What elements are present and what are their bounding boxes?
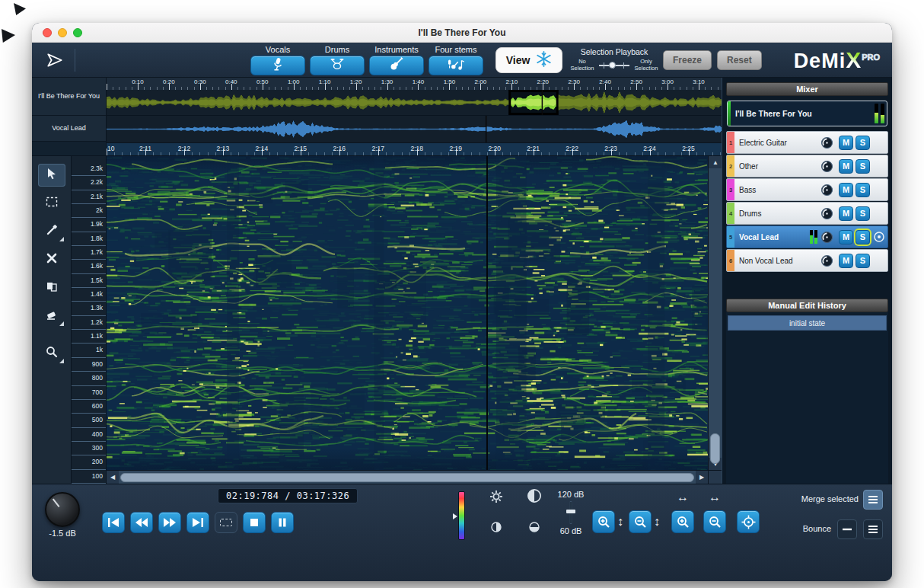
mixer-panel: Mixer I'll Be There For You 1 Electric G… <box>722 78 892 484</box>
spectrogram-view[interactable] <box>107 156 708 470</box>
pause-button[interactable] <box>271 512 294 533</box>
mixer-channel[interactable]: 1 Electric Guitar M S <box>726 131 888 154</box>
overview-ruler[interactable]: 0:100:200:300:400:501:001:101:201:301:40… <box>107 78 722 90</box>
mixer-channel[interactable]: 4 Drums M S <box>726 202 888 225</box>
colormap-slider[interactable] <box>458 491 465 540</box>
edit-history-list: initial state <box>726 312 888 484</box>
mute-button[interactable]: M <box>839 159 853 174</box>
close-window-button[interactable] <box>43 28 52 37</box>
mute-button[interactable]: M <box>839 230 853 244</box>
ruler-label: 2:16 <box>333 145 346 152</box>
pointer-tool[interactable] <box>38 164 65 187</box>
history-item[interactable]: initial state <box>728 315 887 331</box>
vocal-waveform-canvas[interactable] <box>107 116 722 142</box>
ruler-label: 1:30 <box>381 78 393 85</box>
mixer-channel[interactable]: 3 Bass M S <box>726 178 888 201</box>
volume-knob[interactable] <box>45 492 80 527</box>
loop-selection-button[interactable] <box>215 512 237 533</box>
zoom-out-vertical-button[interactable] <box>629 510 652 533</box>
mixer-master-track[interactable]: I'll Be There For You <box>727 101 887 126</box>
vertical-scroll-track[interactable] <box>709 168 722 458</box>
pan-knob-icon[interactable] <box>820 184 833 197</box>
only-selection-label: Only Selection <box>632 59 660 72</box>
zoom-in-horizontal-button[interactable] <box>671 510 694 533</box>
solo-button[interactable]: S <box>855 183 870 197</box>
zoom-in-vertical-button[interactable] <box>592 510 615 533</box>
reset-button[interactable]: Reset <box>717 50 762 70</box>
separate-four-stems-button[interactable] <box>429 56 483 75</box>
selection-playback-slider[interactable] <box>599 60 629 71</box>
channel-color-tab: 6 <box>727 250 734 271</box>
eraser-tool[interactable] <box>38 305 65 328</box>
pan-knob-icon[interactable] <box>820 254 833 267</box>
solo-button[interactable]: S <box>855 159 870 174</box>
contrast-icon[interactable] <box>527 488 542 503</box>
view-freeze-button[interactable]: View <box>495 47 562 73</box>
scroll-up-button[interactable]: ▲ <box>709 156 722 168</box>
db-range-slider[interactable] <box>566 501 576 524</box>
scroll-right-button[interactable]: ▶ <box>696 471 708 484</box>
mixer-channel[interactable]: 6 Non Vocal Lead M S <box>726 249 888 272</box>
channel-number: 6 <box>729 257 732 264</box>
solo-button[interactable]: S <box>855 136 870 150</box>
ruler-label: 2:19 <box>449 145 462 152</box>
ruler-label: 2:13 <box>217 145 230 152</box>
mute-button[interactable]: M <box>839 254 853 268</box>
tool-palette <box>32 156 72 484</box>
delete-selection-tool[interactable] <box>38 248 65 271</box>
vertical-scrollbar[interactable]: ▲ ▼ <box>708 156 722 484</box>
freeze-button[interactable]: Freeze <box>663 50 712 70</box>
copy-split-tool[interactable] <box>38 276 65 299</box>
zoom-window-button[interactable] <box>73 28 82 37</box>
x-icon <box>45 251 59 268</box>
vertical-scroll-thumb[interactable] <box>710 433 720 464</box>
solo-button[interactable]: S <box>855 206 870 221</box>
spectrogram-canvas[interactable] <box>107 156 708 470</box>
brightness-icon[interactable] <box>489 519 504 535</box>
separate-drums-button[interactable] <box>310 56 365 75</box>
skip-to-end-button[interactable] <box>186 512 209 533</box>
pan-knob-icon[interactable] <box>820 136 833 149</box>
focus-target-icon[interactable] <box>873 231 885 243</box>
frequency-label: 500 <box>72 414 106 427</box>
skip-to-start-button[interactable] <box>102 512 125 533</box>
bounce-menu-button[interactable] <box>863 519 883 539</box>
marquee-select-tool[interactable] <box>38 192 65 215</box>
solo-button[interactable]: S <box>855 254 870 268</box>
pan-knob-icon[interactable] <box>820 231 833 244</box>
separate-instruments-button[interactable] <box>369 56 424 75</box>
zoom-ruler[interactable]: 102:112:122:132:142:152:162:172:182:192:… <box>107 142 722 155</box>
mixer-channel[interactable]: 5 Vocal Lead M S <box>726 225 888 248</box>
horizontal-zoom-arrow-icon: ↔ <box>677 491 689 504</box>
fast-forward-button[interactable] <box>158 512 181 533</box>
horizontal-scrollbar[interactable]: ◀ ▶ <box>107 470 708 484</box>
solo-button[interactable]: S <box>855 230 870 244</box>
gear-icon[interactable] <box>489 489 504 504</box>
minimize-window-button[interactable] <box>58 28 67 37</box>
master-waveform-row[interactable] <box>107 90 722 116</box>
vocal-waveform-row[interactable] <box>107 116 722 142</box>
rewind-button[interactable] <box>130 512 153 533</box>
channel-name: Other <box>739 162 810 171</box>
frequency-label: 1.6k <box>72 260 106 273</box>
edit-history-header: Manual Edit History <box>726 299 888 312</box>
mute-button[interactable]: M <box>839 136 853 150</box>
mixer-channel[interactable]: 2 Other M S <box>726 155 888 177</box>
bounce-remove-button[interactable] <box>837 519 857 539</box>
stem-label-vocals: Vocals <box>266 45 290 54</box>
mute-button[interactable]: M <box>839 183 853 197</box>
merge-menu-button[interactable] <box>863 490 883 510</box>
pan-knob-icon[interactable] <box>820 207 833 220</box>
stop-button[interactable] <box>243 512 266 533</box>
pan-knob-icon[interactable] <box>820 160 833 173</box>
mute-button[interactable]: M <box>839 206 853 221</box>
zoom-tool[interactable] <box>38 342 65 365</box>
master-waveform-canvas[interactable] <box>107 90 722 115</box>
contrast-icon-secondary[interactable] <box>527 519 542 535</box>
brush-tool[interactable] <box>38 220 65 243</box>
scroll-left-button[interactable]: ◀ <box>107 471 119 484</box>
horizontal-scroll-thumb[interactable] <box>120 473 694 482</box>
ruler-label: 10 <box>107 145 114 152</box>
marquee-icon <box>45 195 59 212</box>
separate-vocals-button[interactable] <box>250 56 305 75</box>
